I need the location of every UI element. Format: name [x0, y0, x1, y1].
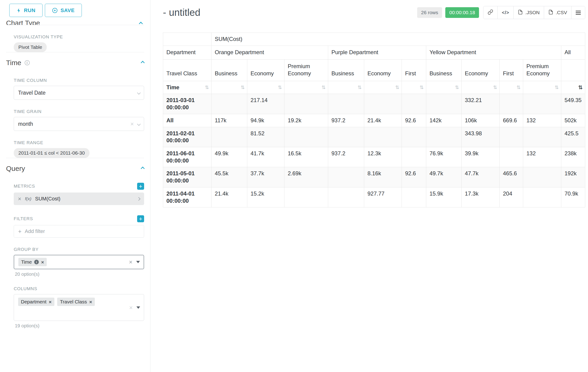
code-icon: </> [502, 10, 509, 15]
chevron-up-icon[interactable] [139, 22, 143, 25]
visualization-type-value[interactable]: Pivot Table [14, 42, 47, 52]
row-dimension-sorter: Time⇅ [163, 81, 211, 94]
metrics-label: METRICS [14, 184, 35, 189]
chart-type-heading: Chart Type [6, 19, 40, 25]
value-cell [523, 94, 561, 114]
plus-circle-icon [52, 8, 58, 13]
time-section-header[interactable]: Time i [6, 59, 144, 67]
column-header: Economy [247, 59, 284, 81]
value-cell: 15.9k [426, 187, 462, 207]
clear-icon[interactable]: × [130, 121, 134, 127]
value-cell [211, 127, 247, 147]
export-button-group: </> .JSON .CSV [483, 6, 585, 19]
row-label: 2011-02-01 00:00:00 [163, 127, 211, 147]
add-filter-button[interactable]: + [137, 215, 144, 222]
remove-tag-icon[interactable]: × [41, 260, 44, 265]
sort-icon[interactable]: ⇅ [205, 85, 209, 90]
sort-icon[interactable]: ⇅ [420, 85, 424, 90]
dimension-label: Travel Class [163, 59, 211, 81]
column-header [561, 59, 585, 81]
column-sorter: ⇅ [523, 81, 561, 94]
time-grain-select[interactable]: month × [14, 117, 144, 131]
columns-label: COLUMNS [14, 286, 144, 291]
value-cell: 927.77 [364, 187, 402, 207]
chevron-up-icon[interactable] [141, 61, 145, 65]
info-icon: i [34, 260, 39, 264]
value-cell: 47.7k [462, 167, 500, 187]
sort-icon[interactable]: ⇅ [578, 85, 583, 90]
column-sorter: ⇅ [500, 81, 523, 94]
chevron-up-icon[interactable] [141, 167, 145, 171]
column-sorter: ⇅ [284, 81, 328, 94]
clear-icon[interactable]: × [129, 259, 133, 265]
value-cell: 8.16k [364, 167, 402, 187]
value-cell: 21.4k [364, 114, 402, 127]
clear-icon[interactable]: × [129, 305, 133, 311]
row-label: 2011-03-01 00:00:00 [163, 94, 211, 114]
chart-title[interactable]: - untitled [163, 7, 200, 18]
value-cell: 669.6 [500, 114, 523, 127]
value-cell: 132 [523, 114, 561, 127]
column-header: Economy [462, 59, 500, 81]
sort-icon[interactable]: ⇅ [321, 85, 326, 90]
share-link-button[interactable] [483, 6, 497, 19]
export-csv-button[interactable]: .CSV [544, 6, 571, 19]
add-filter-dropzone[interactable]: + Add filter [14, 225, 144, 238]
value-cell [402, 187, 426, 207]
query-section-header[interactable]: Query [6, 165, 144, 172]
export-json-button[interactable]: .JSON [513, 6, 544, 19]
column-sorter: ⇅ [426, 81, 462, 94]
row-label: 2011-04-01 00:00:00 [163, 187, 211, 207]
dimension-label: Department [163, 46, 211, 59]
column-sorter: ⇅ [402, 81, 426, 94]
column-sorter: ⇅ [211, 81, 247, 94]
add-filter-label: Add filter [25, 228, 45, 234]
value-cell: 117k [211, 114, 247, 127]
sort-icon[interactable]: ⇅ [241, 85, 245, 90]
columns-select[interactable]: Department × Travel Class × × [14, 294, 144, 321]
row-label: All [163, 114, 211, 127]
remove-tag-icon[interactable]: × [49, 299, 52, 304]
sort-icon[interactable]: ⇅ [278, 85, 282, 90]
column-header: First [500, 59, 523, 81]
columns-option-count: 19 option(s) [15, 323, 144, 329]
metric-header: SUM(Cost) [211, 33, 585, 46]
value-cell [500, 94, 523, 114]
value-cell [500, 147, 523, 167]
sort-icon[interactable]: ⇅ [516, 85, 521, 90]
sort-icon[interactable]: ⇅ [395, 85, 399, 90]
menu-button[interactable] [571, 6, 585, 19]
view-query-button[interactable]: </> [497, 6, 513, 19]
file-icon [548, 10, 553, 16]
save-button[interactable]: SAVE [45, 4, 82, 17]
value-cell: 37.7k [247, 167, 284, 187]
column-header: Economy [364, 59, 402, 81]
sort-icon[interactable]: ⇅ [357, 85, 362, 90]
chevron-right-icon[interactable] [137, 197, 141, 201]
sort-icon[interactable]: ⇅ [555, 85, 559, 90]
pivot-table: SUM(Cost)DepartmentOrange DepartmentPurp… [163, 32, 585, 207]
link-icon [488, 9, 493, 16]
column-header: Business [328, 59, 364, 81]
run-button[interactable]: RUN [9, 4, 42, 17]
add-metric-button[interactable]: + [137, 183, 144, 190]
value-cell [523, 127, 561, 147]
export-json-label: .JSON [525, 10, 540, 15]
remove-tag-icon[interactable]: × [89, 299, 92, 304]
group-by-label: GROUP BY [14, 247, 144, 252]
column-group-header: Yellow Department [426, 46, 561, 59]
columns-tag[interactable]: Travel Class × [57, 298, 95, 306]
metric-pill[interactable]: × f(x) SUM(Cost) [14, 192, 144, 205]
sort-icon[interactable]: ⇅ [493, 85, 497, 90]
value-cell [402, 127, 426, 147]
columns-tag[interactable]: Department × [18, 298, 54, 306]
time-column-select[interactable]: Travel Date [14, 86, 144, 100]
value-cell [328, 187, 364, 207]
remove-metric-icon[interactable]: × [18, 196, 21, 202]
time-range-value[interactable]: 2011-01-01 ≤ col < 2011-06-30 [14, 148, 89, 158]
column-sorter: ⇅ [462, 81, 500, 94]
group-by-tag[interactable]: Time i × [18, 258, 47, 266]
row-dimension-label: Time [166, 84, 179, 90]
group-by-select[interactable]: Time i × × [14, 255, 144, 269]
sort-icon[interactable]: ⇅ [455, 85, 459, 90]
